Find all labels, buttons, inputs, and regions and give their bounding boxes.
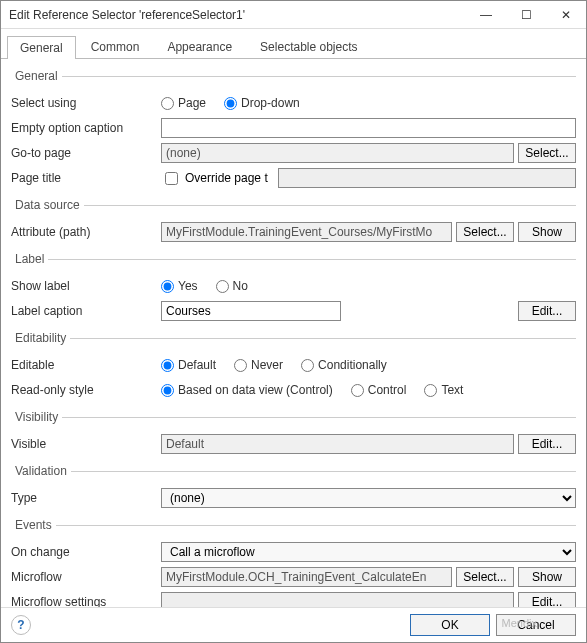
microflow-label: Microflow [11,570,161,584]
visible-input[interactable] [161,434,514,454]
label-caption-input[interactable] [161,301,341,321]
readonly-control-radio[interactable]: Control [351,383,407,397]
editable-label: Editable [11,358,161,372]
section-data-source-legend: Data source [11,198,84,212]
readonly-based-radio[interactable]: Based on data view (Control) [161,383,333,397]
attribute-path-label: Attribute (path) [11,225,161,239]
section-general-legend: General [11,69,62,83]
section-general: General Select using Page Drop-down Empt… [11,69,576,192]
readonly-style-label: Read-only style [11,383,161,397]
validation-type-select[interactable]: (none) [161,488,576,508]
select-using-label: Select using [11,96,161,110]
visible-edit-button[interactable]: Edit... [518,434,576,454]
select-using-dropdown-radio[interactable]: Drop-down [224,96,300,110]
attribute-path-input[interactable] [161,222,452,242]
page-title-label: Page title [11,171,161,185]
show-label-yes-radio[interactable]: Yes [161,279,198,293]
on-change-select[interactable]: Call a microflow [161,542,576,562]
goto-page-select-button[interactable]: Select... [518,143,576,163]
override-page-title-checkbox[interactable]: Override page t [161,169,268,188]
select-using-page-radio[interactable]: Page [161,96,206,110]
visible-label: Visible [11,437,161,451]
titlebar: Edit Reference Selector 'referenceSelect… [1,1,586,29]
section-visibility: Visibility Visible Edit... [11,410,576,458]
cancel-button[interactable]: Cancel [496,614,576,636]
on-change-label: On change [11,545,161,559]
attribute-show-button[interactable]: Show [518,222,576,242]
tab-selectable-objects[interactable]: Selectable objects [247,35,370,58]
dialog-window: Edit Reference Selector 'referenceSelect… [0,0,587,643]
close-button[interactable]: ✕ [546,1,586,29]
section-events: Events On change Call a microflow Microf… [11,518,576,607]
editable-default-radio[interactable]: Default [161,358,216,372]
attribute-select-button[interactable]: Select... [456,222,514,242]
section-events-legend: Events [11,518,56,532]
show-label-label: Show label [11,279,161,293]
microflow-settings-input [161,592,514,607]
label-caption-edit-button[interactable]: Edit... [518,301,576,321]
tab-common[interactable]: Common [78,35,153,58]
section-label-legend: Label [11,252,48,266]
section-label: Label Show label Yes No Label caption Ed… [11,252,576,325]
label-caption-label: Label caption [11,304,161,318]
microflow-input[interactable] [161,567,452,587]
microflow-select-button[interactable]: Select... [456,567,514,587]
empty-option-input[interactable] [161,118,576,138]
tab-bar: General Common Appearance Selectable obj… [1,29,586,59]
maximize-button[interactable]: ☐ [506,1,546,29]
validation-type-label: Type [11,491,161,505]
section-validation-legend: Validation [11,464,71,478]
readonly-text-radio[interactable]: Text [424,383,463,397]
goto-page-label: Go-to page [11,146,161,160]
microflow-show-button[interactable]: Show [518,567,576,587]
tab-content: General Select using Page Drop-down Empt… [1,59,586,607]
section-visibility-legend: Visibility [11,410,62,424]
section-validation: Validation Type (none) [11,464,576,512]
section-data-source: Data source Attribute (path) Select... S… [11,198,576,246]
section-editability-legend: Editability [11,331,70,345]
ok-button[interactable]: OK [410,614,490,636]
show-label-no-radio[interactable]: No [216,279,248,293]
section-editability: Editability Editable Default Never Condi… [11,331,576,404]
microflow-settings-edit-button[interactable]: Edit... [518,592,576,607]
page-title-input [278,168,576,188]
editable-never-radio[interactable]: Never [234,358,283,372]
microflow-settings-label: Microflow settings [11,595,161,607]
help-icon[interactable]: ? [11,615,31,635]
empty-option-label: Empty option caption [11,121,161,135]
tab-general[interactable]: General [7,36,76,59]
titlebar-buttons: — ☐ ✕ [466,1,586,29]
dialog-footer: ? OK Cancel [1,607,586,642]
editable-conditionally-radio[interactable]: Conditionally [301,358,387,372]
window-title: Edit Reference Selector 'referenceSelect… [9,8,466,22]
goto-page-input[interactable] [161,143,514,163]
minimize-button[interactable]: — [466,1,506,29]
tab-appearance[interactable]: Appearance [154,35,245,58]
